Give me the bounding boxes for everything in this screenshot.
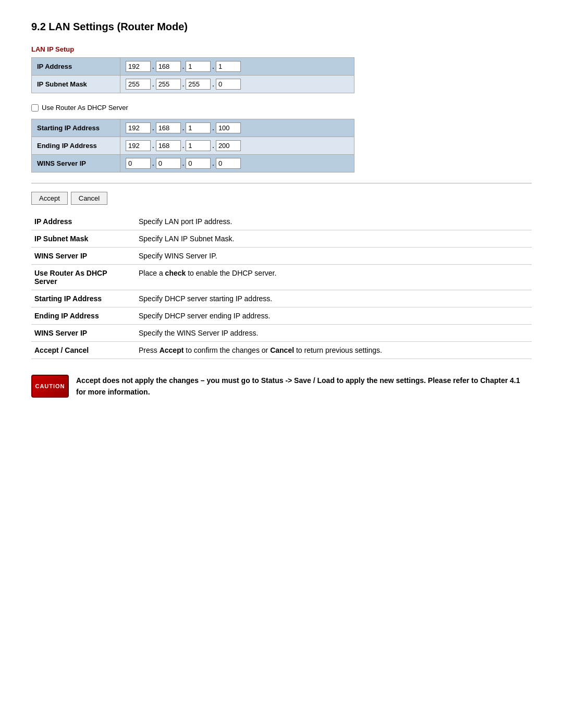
desc-row-wins-server: WINS Server IP Specify the WINS Server I…: [31, 325, 532, 342]
caution-box: CAUTION Accept does not apply the change…: [31, 375, 532, 398]
subnet-mask-octet2[interactable]: [156, 79, 181, 90]
desc-value: Place a check to enable the DHCP server.: [136, 265, 532, 290]
ip-dot: .: [212, 124, 215, 132]
ending-ip-fields: . . .: [126, 140, 349, 151]
desc-row-ending-ip: Ending IP Address Specify DHCP server en…: [31, 307, 532, 325]
dhcp-checkbox[interactable]: [31, 104, 39, 112]
dhcp-checkbox-label: Use Router As DHCP Server: [42, 104, 128, 112]
wins-ip-fields: . . .: [126, 158, 349, 169]
ending-ip-label: Ending IP Address: [32, 137, 120, 155]
separator: [31, 183, 532, 183]
ip-address-octet3[interactable]: [186, 61, 211, 72]
starting-ip-octet2[interactable]: [156, 122, 181, 133]
starting-ip-octet3[interactable]: [186, 122, 211, 133]
accept-button[interactable]: Accept: [31, 192, 68, 205]
lan-ip-table: IP Address . . . IP Subnet Mask .: [31, 57, 354, 93]
caution-badge-text: CAUTION: [35, 383, 65, 389]
ip-dot: .: [212, 142, 215, 150]
table-row: IP Subnet Mask . . .: [32, 76, 354, 93]
ip-address-label: IP Address: [32, 58, 120, 76]
ip-dot: .: [182, 80, 185, 88]
ip-address-octet4[interactable]: [216, 61, 241, 72]
cancel-button[interactable]: Cancel: [71, 192, 107, 205]
subnet-mask-octet3[interactable]: [186, 79, 211, 90]
starting-ip-label: Starting IP Address: [32, 119, 120, 137]
desc-value: Specify LAN port IP address.: [136, 213, 532, 230]
desc-term: WINS Server IP: [31, 325, 136, 342]
desc-row-ip-address: IP Address Specify LAN port IP address.: [31, 213, 532, 230]
ip-dot: .: [152, 142, 155, 150]
table-row: IP Address . . .: [32, 58, 354, 76]
desc-term: Use Router As DHCPServer: [31, 265, 136, 290]
dhcp-settings-table: Starting IP Address . . . Ending IP Addr…: [31, 119, 354, 172]
wins-ip-octet4[interactable]: [216, 158, 241, 169]
wins-ip-octet1[interactable]: [126, 158, 151, 169]
page-title: 9.2 LAN Settings (Router Mode): [31, 21, 532, 33]
desc-row-accept-cancel: Accept / Cancel Press Accept to confirm …: [31, 342, 532, 359]
desc-term: IP Subnet Mask: [31, 230, 136, 248]
ending-ip-octet2[interactable]: [156, 140, 181, 151]
subnet-mask-octet4[interactable]: [216, 79, 241, 90]
desc-row-subnet-mask: IP Subnet Mask Specify LAN IP Subnet Mas…: [31, 230, 532, 248]
subnet-mask-fields: . . .: [126, 79, 349, 90]
table-row: Ending IP Address . . .: [32, 137, 354, 155]
starting-ip-octet4[interactable]: [216, 122, 241, 133]
subnet-mask-octet1[interactable]: [126, 79, 151, 90]
caution-text: Accept does not apply the changes – you …: [76, 375, 532, 398]
starting-ip-octet1[interactable]: [126, 122, 151, 133]
ip-dot: .: [182, 124, 185, 132]
starting-ip-fields: . . .: [126, 122, 349, 133]
desc-term: IP Address: [31, 213, 136, 230]
desc-value: Specify DHCP server ending IP address.: [136, 307, 532, 325]
table-row: WINS Server IP . . .: [32, 155, 354, 172]
wins-ip-octet3[interactable]: [186, 158, 211, 169]
ip-address-fields: . . .: [126, 61, 349, 72]
desc-value: Specify LAN IP Subnet Mask.: [136, 230, 532, 248]
ip-dot: .: [152, 124, 155, 132]
ip-dot: .: [152, 63, 155, 70]
ip-dot: .: [182, 159, 185, 167]
desc-row-wins: WINS Server IP Specify WINS Server IP.: [31, 248, 532, 265]
desc-value: Specify WINS Server IP.: [136, 248, 532, 265]
wins-ip-octet2[interactable]: [156, 158, 181, 169]
ip-dot: .: [182, 142, 185, 150]
table-row: Starting IP Address . . .: [32, 119, 354, 137]
wins-ip-label: WINS Server IP: [32, 155, 120, 172]
ip-address-octet2[interactable]: [156, 61, 181, 72]
desc-row-dhcp-server: Use Router As DHCPServer Place a check t…: [31, 265, 532, 290]
desc-value: Specify the WINS Server IP address.: [136, 325, 532, 342]
ip-dot: .: [212, 63, 215, 70]
dhcp-checkbox-row: Use Router As DHCP Server: [31, 104, 532, 112]
ip-dot: .: [152, 159, 155, 167]
ip-dot: .: [212, 80, 215, 88]
desc-value: Press Accept to confirm the changes or C…: [136, 342, 532, 359]
ip-address-octet1[interactable]: [126, 61, 151, 72]
ip-dot: .: [182, 63, 185, 70]
desc-term: WINS Server IP: [31, 248, 136, 265]
subnet-mask-label: IP Subnet Mask: [32, 76, 120, 93]
desc-row-starting-ip: Starting IP Address Specify DHCP server …: [31, 290, 532, 307]
ending-ip-octet3[interactable]: [186, 140, 211, 151]
caution-badge: CAUTION: [31, 375, 69, 398]
desc-value: Specify DHCP server starting IP address.: [136, 290, 532, 307]
desc-term: Starting IP Address: [31, 290, 136, 307]
button-row: Accept Cancel: [31, 192, 532, 205]
ip-dot: .: [152, 80, 155, 88]
ending-ip-octet4[interactable]: [216, 140, 241, 151]
lan-ip-setup-label: LAN IP Setup: [31, 45, 532, 53]
ip-dot: .: [212, 159, 215, 167]
desc-term: Ending IP Address: [31, 307, 136, 325]
desc-term: Accept / Cancel: [31, 342, 136, 359]
ending-ip-octet1[interactable]: [126, 140, 151, 151]
description-table: IP Address Specify LAN port IP address. …: [31, 213, 532, 359]
